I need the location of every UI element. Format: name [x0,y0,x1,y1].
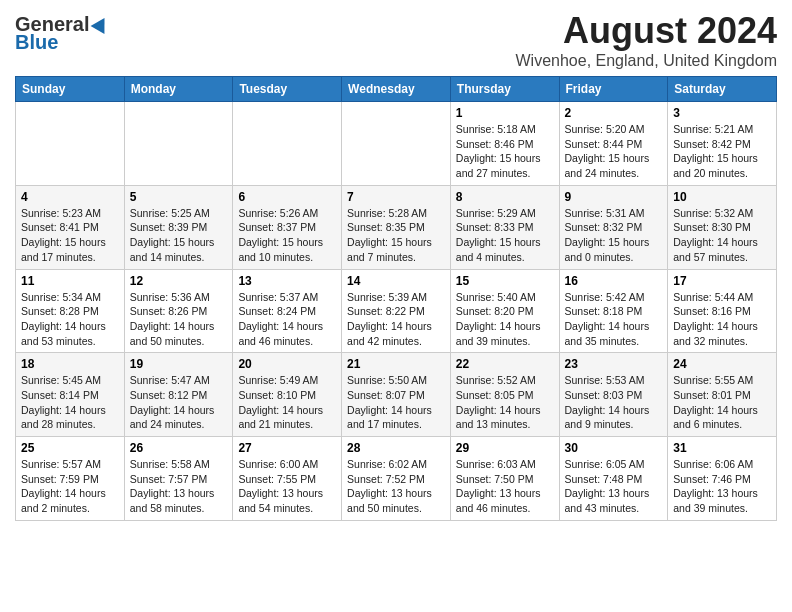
day-number: 7 [347,190,445,204]
day-number: 27 [238,441,336,455]
day-cell: 2Sunrise: 5:20 AM Sunset: 8:44 PM Daylig… [559,102,668,186]
day-number: 22 [456,357,554,371]
day-cell: 26Sunrise: 5:58 AM Sunset: 7:57 PM Dayli… [124,437,233,521]
day-info: Sunrise: 5:36 AM Sunset: 8:26 PM Dayligh… [130,290,228,349]
day-number: 21 [347,357,445,371]
calendar-table: SundayMondayTuesdayWednesdayThursdayFrid… [15,76,777,521]
day-info: Sunrise: 5:25 AM Sunset: 8:39 PM Dayligh… [130,206,228,265]
page-subtitle: Wivenhoe, England, United Kingdom [516,52,778,70]
day-info: Sunrise: 6:06 AM Sunset: 7:46 PM Dayligh… [673,457,771,516]
day-number: 2 [565,106,663,120]
day-cell [16,102,125,186]
day-number: 29 [456,441,554,455]
day-cell: 18Sunrise: 5:45 AM Sunset: 8:14 PM Dayli… [16,353,125,437]
day-number: 1 [456,106,554,120]
day-number: 9 [565,190,663,204]
logo: General Blue [15,10,109,52]
day-cell: 29Sunrise: 6:03 AM Sunset: 7:50 PM Dayli… [450,437,559,521]
week-row-2: 4Sunrise: 5:23 AM Sunset: 8:41 PM Daylig… [16,185,777,269]
calendar-body: 1Sunrise: 5:18 AM Sunset: 8:46 PM Daylig… [16,102,777,521]
day-info: Sunrise: 5:57 AM Sunset: 7:59 PM Dayligh… [21,457,119,516]
day-number: 6 [238,190,336,204]
day-info: Sunrise: 5:34 AM Sunset: 8:28 PM Dayligh… [21,290,119,349]
day-cell: 4Sunrise: 5:23 AM Sunset: 8:41 PM Daylig… [16,185,125,269]
day-cell: 7Sunrise: 5:28 AM Sunset: 8:35 PM Daylig… [342,185,451,269]
day-number: 10 [673,190,771,204]
day-number: 11 [21,274,119,288]
day-number: 13 [238,274,336,288]
week-row-4: 18Sunrise: 5:45 AM Sunset: 8:14 PM Dayli… [16,353,777,437]
day-cell: 5Sunrise: 5:25 AM Sunset: 8:39 PM Daylig… [124,185,233,269]
day-info: Sunrise: 5:20 AM Sunset: 8:44 PM Dayligh… [565,122,663,181]
col-header-tuesday: Tuesday [233,77,342,102]
day-number: 28 [347,441,445,455]
day-cell [233,102,342,186]
day-cell: 20Sunrise: 5:49 AM Sunset: 8:10 PM Dayli… [233,353,342,437]
day-info: Sunrise: 6:02 AM Sunset: 7:52 PM Dayligh… [347,457,445,516]
col-header-sunday: Sunday [16,77,125,102]
day-number: 4 [21,190,119,204]
header: General Blue August 2024 Wivenhoe, Engla… [15,10,777,70]
day-cell: 17Sunrise: 5:44 AM Sunset: 8:16 PM Dayli… [668,269,777,353]
col-header-friday: Friday [559,77,668,102]
day-cell [124,102,233,186]
day-number: 23 [565,357,663,371]
day-info: Sunrise: 5:21 AM Sunset: 8:42 PM Dayligh… [673,122,771,181]
col-header-wednesday: Wednesday [342,77,451,102]
day-number: 26 [130,441,228,455]
day-info: Sunrise: 5:39 AM Sunset: 8:22 PM Dayligh… [347,290,445,349]
day-cell: 15Sunrise: 5:40 AM Sunset: 8:20 PM Dayli… [450,269,559,353]
col-header-saturday: Saturday [668,77,777,102]
day-cell: 23Sunrise: 5:53 AM Sunset: 8:03 PM Dayli… [559,353,668,437]
day-cell: 3Sunrise: 5:21 AM Sunset: 8:42 PM Daylig… [668,102,777,186]
day-info: Sunrise: 5:28 AM Sunset: 8:35 PM Dayligh… [347,206,445,265]
day-info: Sunrise: 5:52 AM Sunset: 8:05 PM Dayligh… [456,373,554,432]
title-block: August 2024 Wivenhoe, England, United Ki… [516,10,778,70]
week-row-3: 11Sunrise: 5:34 AM Sunset: 8:28 PM Dayli… [16,269,777,353]
day-info: Sunrise: 5:29 AM Sunset: 8:33 PM Dayligh… [456,206,554,265]
day-number: 14 [347,274,445,288]
day-cell: 21Sunrise: 5:50 AM Sunset: 8:07 PM Dayli… [342,353,451,437]
page-title: August 2024 [516,10,778,52]
day-cell: 13Sunrise: 5:37 AM Sunset: 8:24 PM Dayli… [233,269,342,353]
day-cell: 9Sunrise: 5:31 AM Sunset: 8:32 PM Daylig… [559,185,668,269]
day-cell: 12Sunrise: 5:36 AM Sunset: 8:26 PM Dayli… [124,269,233,353]
day-cell: 28Sunrise: 6:02 AM Sunset: 7:52 PM Dayli… [342,437,451,521]
day-info: Sunrise: 5:47 AM Sunset: 8:12 PM Dayligh… [130,373,228,432]
day-info: Sunrise: 5:37 AM Sunset: 8:24 PM Dayligh… [238,290,336,349]
day-info: Sunrise: 5:26 AM Sunset: 8:37 PM Dayligh… [238,206,336,265]
col-header-thursday: Thursday [450,77,559,102]
day-number: 12 [130,274,228,288]
day-cell: 25Sunrise: 5:57 AM Sunset: 7:59 PM Dayli… [16,437,125,521]
day-info: Sunrise: 6:00 AM Sunset: 7:55 PM Dayligh… [238,457,336,516]
day-number: 17 [673,274,771,288]
day-info: Sunrise: 5:42 AM Sunset: 8:18 PM Dayligh… [565,290,663,349]
day-info: Sunrise: 5:49 AM Sunset: 8:10 PM Dayligh… [238,373,336,432]
day-number: 31 [673,441,771,455]
day-cell: 31Sunrise: 6:06 AM Sunset: 7:46 PM Dayli… [668,437,777,521]
day-cell: 16Sunrise: 5:42 AM Sunset: 8:18 PM Dayli… [559,269,668,353]
day-cell: 19Sunrise: 5:47 AM Sunset: 8:12 PM Dayli… [124,353,233,437]
day-info: Sunrise: 5:53 AM Sunset: 8:03 PM Dayligh… [565,373,663,432]
day-info: Sunrise: 5:32 AM Sunset: 8:30 PM Dayligh… [673,206,771,265]
day-info: Sunrise: 5:44 AM Sunset: 8:16 PM Dayligh… [673,290,771,349]
day-cell: 6Sunrise: 5:26 AM Sunset: 8:37 PM Daylig… [233,185,342,269]
day-cell: 30Sunrise: 6:05 AM Sunset: 7:48 PM Dayli… [559,437,668,521]
day-info: Sunrise: 5:45 AM Sunset: 8:14 PM Dayligh… [21,373,119,432]
day-cell: 8Sunrise: 5:29 AM Sunset: 8:33 PM Daylig… [450,185,559,269]
week-row-5: 25Sunrise: 5:57 AM Sunset: 7:59 PM Dayli… [16,437,777,521]
day-cell: 24Sunrise: 5:55 AM Sunset: 8:01 PM Dayli… [668,353,777,437]
day-number: 19 [130,357,228,371]
day-number: 3 [673,106,771,120]
day-cell [342,102,451,186]
day-number: 5 [130,190,228,204]
day-number: 20 [238,357,336,371]
day-cell: 11Sunrise: 5:34 AM Sunset: 8:28 PM Dayli… [16,269,125,353]
day-info: Sunrise: 5:58 AM Sunset: 7:57 PM Dayligh… [130,457,228,516]
day-number: 24 [673,357,771,371]
col-header-monday: Monday [124,77,233,102]
day-number: 8 [456,190,554,204]
week-row-1: 1Sunrise: 5:18 AM Sunset: 8:46 PM Daylig… [16,102,777,186]
day-number: 15 [456,274,554,288]
day-info: Sunrise: 5:50 AM Sunset: 8:07 PM Dayligh… [347,373,445,432]
